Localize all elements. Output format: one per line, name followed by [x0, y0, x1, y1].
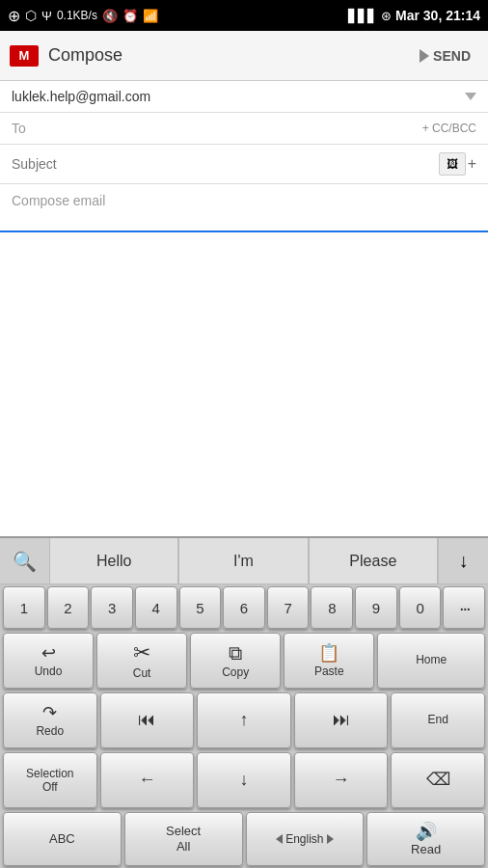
key-0[interactable]: 0: [399, 586, 442, 629]
paste-key[interactable]: 📋 Paste: [284, 633, 374, 689]
add-icon: ⊕: [8, 7, 20, 25]
attach-image-button[interactable]: [439, 152, 466, 176]
copy-key[interactable]: ⧉ Copy: [190, 633, 281, 689]
redo-icon: ↷: [42, 702, 57, 723]
wifi-icon: 📶: [143, 9, 158, 23]
status-time: Mar 30, 21:14: [395, 8, 480, 23]
search-icon: 🔍: [13, 550, 37, 573]
cursor-up-key[interactable]: ↑: [197, 692, 291, 748]
end-label: End: [427, 714, 447, 726]
key-1[interactable]: 1: [3, 586, 45, 629]
key-6[interactable]: 6: [223, 586, 265, 629]
send-arrow-icon: [420, 49, 429, 63]
from-dropdown-icon[interactable]: [465, 93, 476, 100]
from-email: luklek.help@gmail.com: [12, 89, 457, 104]
home-key[interactable]: Home: [377, 633, 485, 689]
subject-input[interactable]: [12, 156, 439, 172]
from-row: luklek.help@gmail.com: [0, 81, 488, 113]
cursor-left-icon: ←: [138, 770, 155, 790]
cut-key[interactable]: ✂ Cut: [96, 633, 187, 689]
compose-area: luklek.help@gmail.com To + CC/BCC + Comp…: [0, 81, 488, 232]
action-bar: M Compose SEND: [0, 31, 488, 81]
key-2[interactable]: 2: [47, 586, 90, 629]
autocomplete-word2: I'm: [233, 553, 254, 570]
send-label: SEND: [433, 48, 471, 64]
lang-next-icon: [327, 834, 334, 844]
to-input[interactable]: [34, 121, 422, 136]
compose-title: Compose: [48, 45, 412, 66]
language-key[interactable]: English: [246, 812, 365, 866]
edit-row-3: SelectionOff ← ↓ → ⌫: [0, 750, 488, 810]
arrow-down-key[interactable]: ↓: [438, 538, 488, 583]
cursor-right-icon: →: [333, 770, 350, 790]
cursor-left-key[interactable]: ←: [100, 752, 195, 808]
cursor-right-key[interactable]: →: [294, 752, 389, 808]
autocomplete-bar: 🔍 Hello I'm Please ↓: [0, 538, 488, 584]
select-all-key[interactable]: SelectAll: [124, 812, 243, 866]
body-row[interactable]: Compose email: [0, 184, 488, 232]
copy-label: Copy: [222, 666, 249, 679]
expand-icon: ↓: [458, 550, 468, 572]
subject-row: +: [0, 145, 488, 184]
cursor-up-icon: ↑: [239, 710, 248, 730]
add-attachment-button[interactable]: +: [468, 155, 476, 173]
edit-row-1: ↩ Undo ✂ Cut ⧉ Copy 📋 Paste Home: [0, 631, 488, 691]
paste-icon: 📋: [318, 642, 339, 664]
number-row: 1 2 3 4 5 6 7 8 9 0 ···: [0, 584, 488, 631]
key-5[interactable]: 5: [179, 586, 222, 629]
autocomplete-please[interactable]: Please: [309, 538, 438, 583]
end-key[interactable]: End: [391, 692, 485, 748]
autocomplete-word1: Hello: [96, 553, 131, 570]
key-7[interactable]: 7: [267, 586, 310, 629]
key-8[interactable]: 8: [311, 586, 353, 629]
status-left: ⊕ ⬡ Ψ 0.1KB/s 🔇 ⏰ 📶: [8, 7, 158, 25]
gmail-icon: M: [10, 45, 39, 67]
redo-key[interactable]: ↷ Redo: [3, 692, 97, 748]
cc-bcc-button[interactable]: + CC/BCC: [422, 122, 476, 135]
cut-label: Cut: [133, 667, 151, 680]
cut-icon: ✂: [133, 640, 150, 665]
redo-label: Redo: [36, 725, 64, 738]
mute-icon: 🔇: [102, 9, 118, 23]
read-label: Read: [411, 842, 441, 857]
autocomplete-hello[interactable]: Hello: [50, 538, 178, 583]
usb-icon: ⬡: [25, 8, 37, 23]
paste-label: Paste: [314, 665, 344, 678]
key-9[interactable]: 9: [355, 586, 397, 629]
edit-row-2: ↷ Redo ⏮ ↑ ⏭ End: [0, 691, 488, 750]
backspace-icon: ⌫: [426, 769, 450, 790]
data-speed: 0.1KB/s: [57, 9, 97, 22]
select-all-label: SelectAll: [166, 824, 201, 854]
to-label: To: [12, 121, 26, 136]
undo-key[interactable]: ↩ Undo: [3, 633, 94, 689]
line-start-icon: ⏮: [138, 710, 155, 730]
key-4[interactable]: 4: [135, 586, 177, 629]
lang-prev-icon: [276, 834, 283, 844]
signal-bars-icon: ▋▋▋: [348, 9, 377, 23]
read-key[interactable]: 🔊 Read: [366, 812, 485, 866]
cursor-down-icon: ↓: [239, 770, 248, 790]
search-key[interactable]: 🔍: [0, 538, 50, 583]
undo-label: Undo: [35, 665, 63, 678]
status-bar: ⊕ ⬡ Ψ 0.1KB/s 🔇 ⏰ 📶 ▋▋▋ ⊛ Mar 30, 21:14: [0, 0, 488, 31]
key-more[interactable]: ···: [443, 586, 485, 629]
selection-off-key[interactable]: SelectionOff: [3, 752, 97, 808]
body-placeholder: Compose email: [12, 193, 105, 208]
bottom-bar: ABC SelectAll English 🔊 Read: [0, 810, 488, 868]
autocomplete-word3: Please: [349, 553, 396, 570]
line-start-key[interactable]: ⏮: [100, 692, 195, 748]
cursor-down-key[interactable]: ↓: [197, 752, 291, 808]
autocomplete-im[interactable]: I'm: [178, 538, 308, 583]
line-end-icon: ⏭: [333, 710, 350, 730]
undo-icon: ↩: [41, 642, 56, 664]
send-button[interactable]: SEND: [412, 42, 478, 69]
copy-icon: ⧉: [229, 642, 242, 665]
alarm-icon: ⏰: [122, 9, 138, 23]
language-label: English: [285, 832, 323, 846]
backspace-key[interactable]: ⌫: [391, 752, 485, 808]
abc-key[interactable]: ABC: [3, 812, 122, 866]
line-end-key[interactable]: ⏭: [294, 692, 389, 748]
abc-label: ABC: [49, 831, 75, 847]
to-row: To + CC/BCC: [0, 113, 488, 145]
key-3[interactable]: 3: [91, 586, 133, 629]
